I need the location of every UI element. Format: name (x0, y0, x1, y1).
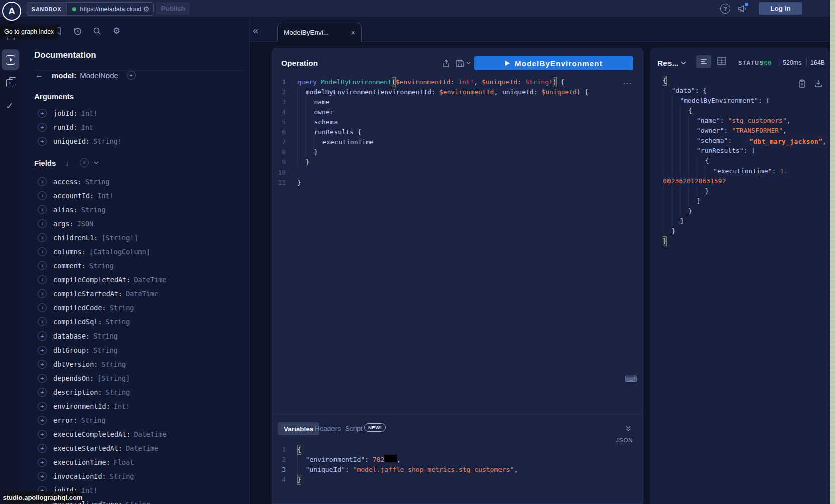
field-row[interactable]: + accountId: Int! (38, 189, 243, 203)
add-field-icon[interactable]: + (38, 275, 47, 284)
add-field-icon[interactable]: + (38, 374, 47, 383)
graph-index-icon[interactable] (7, 37, 15, 41)
add-field-icon[interactable]: + (38, 430, 47, 439)
connection-status-dot (72, 7, 76, 11)
collapse-docs-icon[interactable]: « (253, 25, 258, 36)
add-field-icon[interactable]: + (38, 289, 47, 298)
field-row[interactable]: + args: JSON (38, 217, 243, 231)
docs-title: Documentation (34, 50, 96, 60)
tab-headers[interactable]: Headers (315, 425, 341, 432)
run-operation-button[interactable]: ModelByEnvironment (474, 56, 633, 70)
field-row[interactable]: + compiledCode: String (38, 301, 243, 315)
field-row[interactable]: + executionTime: Float (38, 455, 243, 469)
tab-variables[interactable]: Variables (278, 422, 319, 435)
field-row[interactable]: + comment: String (38, 259, 243, 273)
field-row[interactable]: + compileCompletedAt: DateTime (38, 273, 243, 287)
sandbox-badge: SANDBOX (27, 3, 67, 15)
field-row[interactable]: + database: String (38, 329, 243, 343)
add-field-icon[interactable]: + (38, 444, 47, 453)
help-icon[interactable]: ? (720, 4, 730, 14)
endpoint-url-input[interactable]: https://metadata.cloud.getd (80, 6, 141, 13)
add-field-icon[interactable]: + (38, 402, 47, 411)
add-field-icon[interactable]: + (38, 360, 47, 369)
field-row[interactable]: + compileStartedAt: DateTime (38, 287, 243, 301)
tab-script[interactable]: Script (345, 425, 363, 432)
add-field-icon[interactable]: + (38, 458, 47, 467)
search-icon[interactable] (93, 27, 102, 36)
add-field-icon[interactable]: + (38, 247, 47, 256)
field-row[interactable]: + invocationId: String (38, 469, 243, 483)
field-row[interactable]: + dbtVersion: String (38, 357, 243, 371)
response-menu-chevron-icon[interactable] (681, 61, 686, 65)
field-row[interactable]: + error: String (38, 413, 243, 427)
field-row[interactable]: + dependsOn: [String] (38, 371, 243, 385)
share-icon[interactable] (442, 59, 450, 68)
variables-editor[interactable]: 1{2"environmentId": 782,3"uniqueId": "mo… (272, 445, 638, 485)
argument-row[interactable]: + jobId: Int! (38, 106, 243, 120)
field-row[interactable]: + childrenL1: [String!] (38, 231, 243, 245)
add-argument-icon[interactable]: + (38, 137, 47, 146)
play-icon (505, 61, 510, 66)
field-row[interactable]: + executeCompletedAt: DateTime (38, 427, 243, 441)
add-field-icon[interactable]: + (38, 346, 47, 355)
add-argument-icon[interactable]: + (38, 109, 47, 118)
add-field-icon[interactable]: + (127, 71, 136, 80)
close-tab-icon[interactable]: × (351, 28, 355, 37)
fields-header: Fields ↓ + (34, 158, 99, 167)
add-argument-icon[interactable]: + (38, 123, 47, 132)
notification-dot (745, 3, 748, 6)
add-field-icon[interactable]: + (38, 261, 47, 270)
editor-mode-label: JSON (616, 437, 633, 443)
field-row[interactable]: + description: String (38, 385, 243, 399)
add-field-icon[interactable]: + (38, 303, 47, 312)
add-field-icon[interactable]: + (38, 472, 47, 481)
breadcrumb-type[interactable]: ModelNode (80, 71, 118, 80)
schema-diff-icon[interactable]: ± (6, 77, 17, 87)
add-field-icon[interactable]: + (38, 233, 47, 242)
operation-tab[interactable]: ModelByEnvi... × (277, 23, 362, 42)
sort-down-icon[interactable]: ↓ (65, 159, 69, 167)
json-view-toggle[interactable] (696, 55, 711, 68)
field-row[interactable]: + compiledSql: String (38, 315, 243, 329)
argument-row[interactable]: + uniqueId: String! (38, 134, 243, 148)
arguments-list: + jobId: Int! + runId: Int + uniqueId: S… (38, 106, 243, 148)
field-row[interactable]: + executeStartedAt: DateTime (38, 441, 243, 455)
add-field-icon[interactable]: + (38, 388, 47, 397)
field-row[interactable]: + access: String (38, 175, 243, 189)
apollo-logo[interactable]: A (2, 2, 21, 21)
history-icon[interactable] (73, 27, 82, 36)
field-row[interactable]: + alias: String (38, 203, 243, 217)
table-view-toggle[interactable] (717, 57, 726, 65)
add-field-icon[interactable]: + (38, 177, 47, 186)
add-all-fields-icon[interactable]: + (80, 158, 89, 167)
field-row[interactable]: + dbtGroup: String (38, 343, 243, 357)
save-icon[interactable] (456, 59, 464, 68)
operation-editor[interactable]: 1query ModelByEnvironment($environmentId… (272, 77, 638, 188)
checks-icon[interactable]: ✓ (6, 100, 14, 112)
login-button[interactable]: Log in (759, 2, 802, 15)
response-size: 164B (810, 59, 825, 66)
endpoint-settings-gear-icon[interactable]: ⚙ (143, 5, 150, 14)
breadcrumb-field: model: (52, 71, 76, 80)
announcements-megaphone-icon[interactable] (737, 4, 747, 13)
collapse-panel-chevrons-icon[interactable] (625, 425, 632, 432)
field-row[interactable]: + environmentId: Int! (38, 399, 243, 413)
save-menu-chevron-icon[interactable] (466, 62, 471, 65)
argument-row[interactable]: + runId: Int (38, 120, 243, 134)
add-field-icon[interactable]: + (38, 205, 47, 214)
field-row[interactable]: + columns: [CatalogColumn] (38, 245, 243, 259)
add-field-icon[interactable]: + (38, 331, 47, 341)
add-field-icon[interactable]: + (38, 191, 47, 200)
panel-divider (249, 17, 250, 504)
keyboard-shortcuts-icon[interactable]: ⌨ (625, 374, 637, 384)
chevron-down-icon[interactable] (94, 161, 99, 164)
explorer-nav-button[interactable] (2, 49, 19, 70)
add-field-icon[interactable]: + (38, 219, 47, 228)
add-field-icon[interactable]: + (38, 416, 47, 425)
response-title[interactable]: Res... (657, 59, 678, 68)
response-json-viewer[interactable]: {"data": {"modelByEnvironment": [{"name"… (663, 76, 828, 246)
back-arrow-icon[interactable]: ← (35, 71, 43, 80)
publish-button[interactable]: Publish (156, 2, 190, 15)
settings-gear-icon[interactable]: ⚙ (113, 26, 120, 36)
add-field-icon[interactable]: + (38, 317, 47, 326)
